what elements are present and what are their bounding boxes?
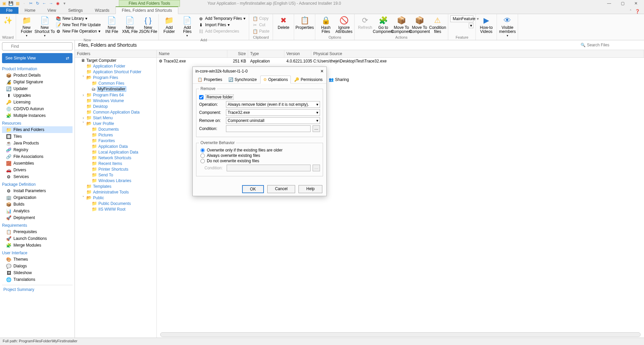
tree-node[interactable]: 📁Printer Shortcuts: [86, 166, 156, 172]
tab-view[interactable]: View: [41, 7, 62, 14]
nav-item[interactable]: ⬆Upgrades: [2, 92, 73, 99]
nav-item[interactable]: ☕Java Products: [2, 140, 73, 146]
tree-app-folder[interactable]: 📁Application Folder: [80, 63, 156, 69]
nav-item[interactable]: 🔏Digital Signature: [2, 79, 73, 85]
goto-component-button[interactable]: 🧩Go to Component: [375, 15, 392, 34]
properties-button[interactable]: 📋Properties: [296, 15, 313, 30]
col-name[interactable]: Name: [157, 50, 227, 57]
help-icon[interactable]: ❓: [635, 9, 640, 14]
horizontal-scrollbar[interactable]: [160, 332, 641, 337]
add-temp-files-button[interactable]: ⊕Add Temporary Files ▾: [197, 15, 247, 21]
removeon-select[interactable]: Component uninstall▾: [226, 117, 320, 124]
qat-icon-5[interactable]: ↻: [35, 1, 40, 6]
cancel-button[interactable]: Cancel: [267, 185, 295, 193]
dialog-close-icon[interactable]: ✕: [320, 69, 324, 74]
feature-menu-icon[interactable]: ▾: [469, 23, 473, 28]
qat-icon-3[interactable]: ▦: [15, 1, 20, 6]
add-files-button[interactable]: 📄Add Files▾: [179, 15, 196, 38]
nav-item[interactable]: 🖼Slideshow: [2, 269, 73, 276]
remove-folder-checkbox[interactable]: [199, 95, 203, 99]
tree-node[interactable]: 📁Network Shortcuts: [86, 155, 156, 161]
tree-program-files[interactable]: ˅📂Program Files: [80, 75, 156, 80]
hash-files-button[interactable]: 🔒Hash Files: [317, 15, 334, 34]
tree-node[interactable]: 📁Windows Libraries: [86, 178, 156, 183]
new-text-update-button[interactable]: 📝New Text File Update: [54, 22, 102, 28]
help-button[interactable]: Help: [298, 185, 322, 193]
tab-file[interactable]: File: [0, 7, 18, 14]
condition-browse-button[interactable]: …: [313, 125, 320, 132]
tree-root[interactable]: 🖥Target Computer: [75, 58, 156, 63]
howto-videos-button[interactable]: ▶How-to Videos: [478, 15, 495, 34]
ribbon-collapse-icon[interactable]: ˄: [630, 9, 632, 14]
back-icon[interactable]: ←: [42, 1, 47, 6]
dlg-tab-synchronize[interactable]: 🔄Synchronize: [226, 76, 260, 83]
tree-public[interactable]: ˅📂Public: [80, 195, 156, 201]
new-xml-button[interactable]: 📄New XML File: [122, 15, 138, 34]
nav-item[interactable]: 🚗Drivers: [2, 167, 73, 173]
qat-dropdown-icon[interactable]: ▾: [62, 1, 67, 6]
operation-select[interactable]: Always remove folder (even if it is not …: [226, 101, 320, 108]
tab-settings[interactable]: Settings: [62, 7, 89, 14]
new-shortcut-button[interactable]: 📄New Shortcut To▾: [36, 15, 53, 38]
tree-node[interactable]: 📁Recent Items: [86, 161, 156, 166]
tab-files-folders-shortcuts[interactable]: Files, Folders and Shortcuts: [116, 6, 178, 14]
feature-select[interactable]: MainFeature▾: [450, 15, 473, 22]
nav-item[interactable]: 📊Analytics: [2, 208, 73, 214]
nav-item[interactable]: 📋Prerequisites: [2, 228, 73, 235]
nav-item[interactable]: ⚙Services: [2, 173, 73, 180]
nav-item[interactable]: 🚀Launch Conditions: [2, 235, 73, 242]
nav-item[interactable]: 🏢Organization: [2, 194, 73, 201]
tree-node[interactable]: 📁Send To: [86, 172, 156, 178]
search-files-input[interactable]: [587, 43, 641, 47]
tree-pf64[interactable]: ›📁Program Files 64: [80, 92, 156, 98]
visible-members-button[interactable]: 👁Visible members▾: [499, 15, 516, 38]
ignore-attrs-button[interactable]: 🚫Ignore Attributes: [335, 15, 352, 34]
new-folder-button[interactable]: 📁New Folder▾: [18, 15, 35, 38]
tree-admin-tools[interactable]: 📁Administrative Tools: [80, 189, 156, 195]
qat-icon-1[interactable]: ▣: [1, 1, 7, 6]
col-source[interactable]: Physical Source: [311, 50, 644, 57]
overwrite-always-radio[interactable]: [200, 154, 205, 158]
minimize-icon[interactable]: —: [606, 1, 612, 6]
tree-node[interactable]: 📁Pictures: [86, 132, 156, 138]
dlg-tab-permissions[interactable]: 🔑Permissions: [291, 76, 325, 83]
tree-desktop[interactable]: 📁Desktop: [80, 103, 156, 109]
simple-view-button[interactable]: See Simple View ⇄: [2, 53, 73, 63]
nav-item[interactable]: 💿CD/DVD Autorun: [2, 105, 73, 112]
tree-node[interactable]: 📁Documents: [86, 126, 156, 132]
chevron-down-icon[interactable]: ˅: [82, 196, 85, 200]
nav-item[interactable]: 📦Builds: [2, 201, 73, 208]
chevron-down-icon[interactable]: ˅: [82, 75, 85, 80]
add-dependencies-button[interactable]: ⛓Add Dependencies: [197, 28, 247, 34]
nav-item[interactable]: 📦Product Details: [2, 72, 73, 79]
dlg-tab-sharing[interactable]: 👥Sharing: [326, 76, 352, 83]
qat-red-icon[interactable]: ◉: [55, 1, 60, 6]
tree-iis[interactable]: 📁IIS WWW Root: [86, 206, 156, 212]
nav-item[interactable]: 🎨Themes: [2, 256, 73, 263]
refresh-button[interactable]: ⟳Refresh: [357, 15, 373, 30]
nav-item[interactable]: 🔲Tiles: [2, 133, 73, 140]
nav-item[interactable]: 🧩Merge Modules: [2, 242, 73, 249]
tree-myfirstinstaller[interactable]: 🗂MyFirstInstaller: [86, 86, 156, 92]
tab-wizards[interactable]: Wizards: [89, 7, 116, 14]
wizard-button[interactable]: ✨: [2, 15, 14, 26]
col-type[interactable]: Type: [248, 50, 284, 57]
chevron-down-icon[interactable]: ˅: [82, 121, 85, 126]
nav-item[interactable]: ⚙Install Parameters: [2, 187, 73, 194]
nav-item[interactable]: 📁Files and Folders: [2, 126, 73, 133]
chevron-right-icon[interactable]: ›: [82, 93, 85, 97]
save-icon[interactable]: 💾: [8, 1, 13, 6]
nav-item[interactable]: 🧬Registry: [2, 146, 73, 153]
dlg-tab-operations[interactable]: ⚙Operations: [260, 76, 291, 84]
overwrite-older-radio[interactable]: [200, 148, 205, 153]
condition-input[interactable]: [226, 125, 311, 132]
project-summary-link[interactable]: Project Summary: [2, 285, 73, 294]
copy-button[interactable]: 📋Copy: [251, 15, 271, 21]
dlg-tab-properties[interactable]: 📋Properties: [195, 76, 225, 83]
tree-templates[interactable]: 📁Templates: [80, 183, 156, 189]
tree-common-files[interactable]: 📁Common Files: [86, 80, 156, 86]
new-library-button[interactable]: 📚New Library ▾: [54, 15, 102, 21]
tree-user-profile[interactable]: ˅📂User Profile: [80, 121, 156, 126]
tab-home[interactable]: Home: [18, 7, 41, 14]
movefrom-component-button[interactable]: 📦Move To Component: [411, 15, 428, 34]
